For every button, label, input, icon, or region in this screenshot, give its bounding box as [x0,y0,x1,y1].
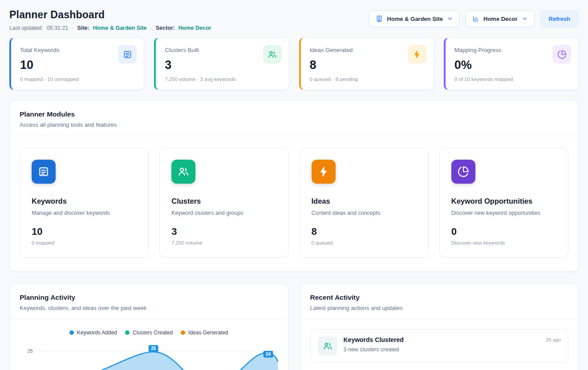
users-icon [171,160,195,184]
module-sub: Discover new keywords [451,240,556,245]
building-icon [376,15,383,22]
stat-card-clusters-built: Clusters Built 3 7,250 volume · 3 avg ke… [154,37,289,90]
planner-modules-panel: Planner Modules Access all planning tool… [9,100,579,272]
svg-text:25: 25 [151,346,156,351]
stat-sub: 0 mapped · 10 unmapped [20,76,135,82]
section-title: Recent Activity [310,294,569,302]
chart-legend: Keywords Added Clusters Created Ideas Ge… [10,330,288,336]
stat-sub: 0 queued · 8 pending [310,76,425,82]
module-title: Keywords [32,197,137,205]
header-meta: Last updated: 05:31:21 · Site: Home & Ga… [9,25,211,31]
lightning-icon [312,160,336,184]
stat-value: 8 [310,58,425,72]
chart-area: 25 25 24 [10,340,288,370]
page-title: Planner Dashboard [9,9,211,21]
modules-grid: Keywords Manage and discover keywords 10… [10,136,578,271]
legend-item-ideas-generated: Ideas Generated [181,330,228,336]
stat-value: 0% [454,58,569,72]
site-link[interactable]: Home & Garden Site [93,25,147,31]
topbar: Planner Dashboard Last updated: 05:31:21… [9,9,579,31]
site-selector-label: Home & Garden Site [387,16,443,22]
module-title: Keyword Opportunities [451,197,556,205]
chart-point-label: 24 [264,351,273,358]
module-card-ideas[interactable]: Ideas Content ideas and concepts 8 0 que… [300,148,429,257]
module-value: 8 [312,226,417,237]
recent-activity-panel: Recent Activity Latest planning actions … [300,283,579,370]
legend-dot [125,330,130,335]
module-description: Content ideas and concepts [312,210,417,216]
stat-card-ideas-generated: Ideas Generated 8 0 queued · 8 pending [299,37,434,90]
legend-label: Ideas Generated [188,330,228,336]
module-sub: 0 mapped [32,240,137,245]
legend-label: Keywords Added [77,330,117,336]
svg-text:24: 24 [266,352,271,357]
header-controls: Home & Garden Site Home Decor Refresh [369,10,579,27]
module-card-clusters[interactable]: Clusters Keyword clusters and groups 3 7… [159,148,288,257]
meta-separator: · [150,25,152,31]
document-icon [32,160,56,184]
activity-list: Keywords Clustered 3 new clusters create… [300,319,579,370]
planning-activity-chart: 25 25 24 [20,340,278,370]
stat-label: Clusters Built [165,47,280,53]
module-title: Ideas [312,197,417,205]
header-left: Planner Dashboard Last updated: 05:31:21… [9,9,211,31]
stat-sub: 0 of 10 keywords mapped [454,76,569,82]
users-icon [263,45,282,64]
pie-chart-icon [451,160,475,184]
sector-selector-label: Home Decor [483,16,518,22]
stat-sub: 7,250 volume · 3 avg keywords [165,76,280,82]
module-sub: 7,250 volume [171,240,276,245]
legend-dot [181,330,185,335]
activity-list-item: Keywords Clustered 3 new clusters create… [310,329,569,363]
sector-link[interactable]: Home Decor [178,25,211,31]
last-updated-value: 05:31:21 [47,25,69,31]
pie-chart-icon [552,45,571,64]
planning-activity-header: Planning Activity Keywords, clusters, an… [10,284,288,319]
stat-card-total-keywords: Total Keywords 10 0 mapped · 10 unmapped [9,37,144,90]
module-value: 0 [451,226,556,237]
last-updated-label: Last updated: [9,25,43,31]
chevron-down-icon [447,16,453,22]
section-subtitle: Latest planning actions and updates [310,305,569,311]
chevron-down-icon [522,16,528,22]
sector-label: Sector: [156,25,175,31]
recent-activity-header: Recent Activity Latest planning actions … [300,284,579,319]
section-title: Planning Activity [20,294,278,302]
refresh-button[interactable]: Refresh [540,10,579,27]
stats-row: Total Keywords 10 0 mapped · 10 unmapped… [9,37,579,90]
bottom-row: Planning Activity Keywords, clusters, an… [9,283,579,370]
legend-item-clusters-created: Clusters Created [125,330,173,336]
activity-description: 3 new clusters created [344,346,404,353]
y-axis-tick: 25 [28,348,33,354]
section-subtitle: Keywords, clusters, and ideas over the p… [20,305,278,311]
activity-text: Keywords Clustered 3 new clusters create… [344,336,404,353]
users-icon [318,336,337,356]
chart-point-label: 25 [149,345,158,352]
planning-activity-panel: Planning Activity Keywords, clusters, an… [9,283,288,370]
module-value: 10 [32,226,137,237]
document-icon [118,45,137,64]
section-subtitle: Access all planning tools and features [20,121,568,128]
planner-dashboard-page: Planner Dashboard Last updated: 05:31:21… [0,0,588,370]
module-value: 3 [171,226,276,237]
site-selector-dropdown[interactable]: Home & Garden Site [369,10,460,27]
module-description: Discover new keyword opportunities [451,210,556,216]
meta-separator: · [72,25,73,31]
stat-value: 3 [165,58,280,72]
sector-selector-dropdown[interactable]: Home Decor [466,10,535,27]
site-label: Site: [77,25,89,31]
module-sub: 0 queued [312,240,417,245]
module-card-keyword-opportunities[interactable]: Keyword Opportunities Discover new keywo… [439,148,568,257]
legend-dot [69,330,74,335]
module-title: Clusters [171,197,276,205]
legend-label: Clusters Created [133,330,173,336]
stat-card-mapping-progress: Mapping Progress 0% 0 of 10 keywords map… [444,37,579,90]
activity-title: Keywords Clustered [344,336,404,343]
module-card-keywords[interactable]: Keywords Manage and discover keywords 10… [20,148,149,257]
legend-item-keywords-added: Keywords Added [69,330,117,336]
module-description: Manage and discover keywords [32,210,137,216]
module-description: Keyword clusters and groups [171,210,276,216]
bar-chart-icon [472,15,479,22]
lightning-icon [408,45,426,64]
planner-modules-header: Planner Modules Access all planning tool… [10,101,578,136]
